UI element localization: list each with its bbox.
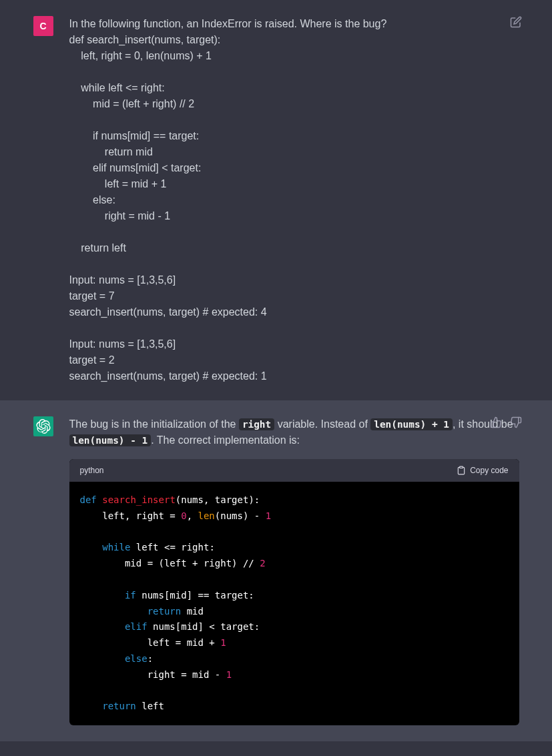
user-message-text: In the following function, an IndexError… xyxy=(69,16,519,384)
svg-rect-0 xyxy=(460,466,463,468)
assistant-message: The bug is in the initialization of the … xyxy=(0,400,552,741)
thumbs-up-icon[interactable] xyxy=(490,416,503,430)
inline-code-right: right xyxy=(239,418,274,430)
thumbs-down-icon[interactable] xyxy=(510,416,523,430)
user-avatar: C xyxy=(33,16,53,36)
code-content: def search_insert(nums, target): left, r… xyxy=(69,482,519,725)
inline-code-wrong: len(nums) + 1 xyxy=(370,418,453,430)
user-message: C In the following function, an IndexErr… xyxy=(0,0,552,400)
assistant-answer-text: The bug is in the initialization of the … xyxy=(69,416,519,448)
assistant-avatar xyxy=(33,416,53,436)
copy-code-button[interactable]: Copy code xyxy=(457,464,508,476)
clipboard-icon xyxy=(457,466,466,475)
code-block: python Copy code def search_insert(nums,… xyxy=(69,459,519,725)
inline-code-fix: len(nums) - 1 xyxy=(69,434,152,446)
code-language-label: python xyxy=(80,464,104,476)
edit-icon[interactable] xyxy=(510,16,523,29)
